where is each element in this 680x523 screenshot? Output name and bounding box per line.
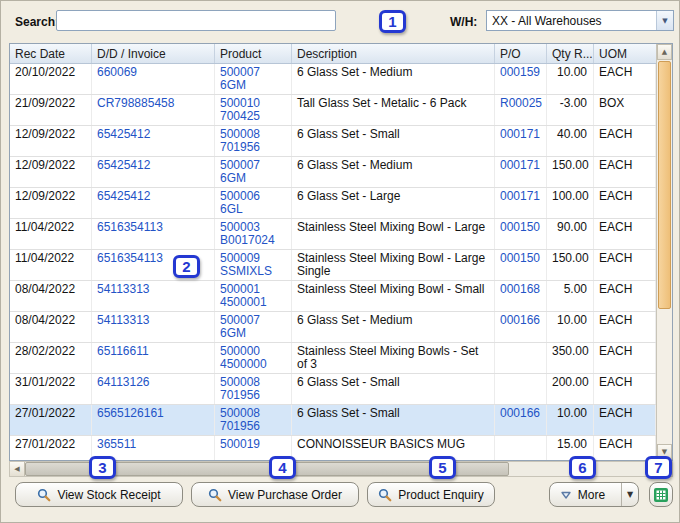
cell-uom: EACH: [594, 126, 656, 156]
cell-invoice-link[interactable]: 6516354113: [92, 219, 215, 249]
table-row[interactable]: 11/04/20226516354113500009SSMIXLSStainle…: [10, 250, 656, 281]
table-row[interactable]: 12/09/2022654254125000076GM6 Glass Set -…: [10, 157, 656, 188]
product-code-link[interactable]: 500019: [220, 438, 287, 451]
product-code-link[interactable]: 6GM: [220, 172, 287, 185]
cell-rec-date: 12/09/2022: [10, 157, 92, 187]
product-code-link[interactable]: 701956: [220, 389, 287, 402]
product-code-link[interactable]: 701956: [220, 420, 287, 433]
more-dropdown-arrow-icon[interactable]: ▼: [621, 483, 638, 506]
cell-qty: -3.00: [547, 95, 594, 125]
product-code-link[interactable]: 701956: [220, 141, 287, 154]
cell-rec-date: 28/02/2022: [10, 343, 92, 373]
table-row[interactable]: 08/04/2022541133135000014500001Stainless…: [10, 281, 656, 312]
cell-po[interactable]: 000150: [495, 250, 547, 280]
product-enquiry-button[interactable]: Product Enquiry: [367, 482, 495, 507]
scroll-left-icon[interactable]: ◀: [10, 462, 25, 476]
table-row[interactable]: 12/09/2022654254125000087019566 Glass Se…: [10, 126, 656, 157]
table-row[interactable]: 11/04/20226516354113500003B0017024Stainl…: [10, 219, 656, 250]
cell-uom: EACH: [594, 312, 656, 342]
horizontal-scrollbar-track[interactable]: [25, 462, 657, 476]
column-header-product[interactable]: Product: [215, 44, 292, 63]
table-row[interactable]: 28/02/2022651166115000004500000Stainless…: [10, 343, 656, 374]
annotation-badge-3: 3: [89, 456, 116, 479]
cell-rec-date: 20/10/2022: [10, 64, 92, 94]
cell-invoice-link[interactable]: 65425412: [92, 188, 215, 218]
view-purchase-order-label: View Purchase Order: [228, 488, 342, 502]
cell-invoice-link[interactable]: 65116611: [92, 343, 215, 373]
cell-po[interactable]: 000171: [495, 157, 547, 187]
warehouse-select[interactable]: XX - All Warehouses ▼: [486, 10, 674, 31]
view-purchase-order-button[interactable]: View Purchase Order: [191, 482, 359, 507]
cell-po[interactable]: R00025: [495, 95, 547, 125]
more-label: More: [578, 488, 605, 502]
cell-description: 6 Glass Set - Medium: [292, 64, 495, 94]
cell-invoice-link[interactable]: 64113126: [92, 374, 215, 404]
more-button[interactable]: More ▼: [549, 482, 639, 507]
column-header-po[interactable]: P/O: [495, 44, 547, 63]
cell-uom: EACH: [594, 343, 656, 373]
cell-rec-date: 31/01/2022: [10, 374, 92, 404]
table-row[interactable]: 27/01/202265651261615000087019566 Glass …: [10, 405, 656, 436]
table-row[interactable]: 12/09/2022654254125000066GL6 Glass Set -…: [10, 188, 656, 219]
column-header-rec-date[interactable]: Rec Date: [10, 44, 92, 63]
cell-po[interactable]: 000159: [495, 64, 547, 94]
cell-invoice-link[interactable]: 6565126161: [92, 405, 215, 435]
view-stock-receipt-button[interactable]: View Stock Receipt: [15, 482, 183, 507]
product-code-link[interactable]: SSMIXLS: [220, 265, 287, 278]
table-row[interactable]: 08/04/2022541133135000076GM6 Glass Set -…: [10, 312, 656, 343]
cell-po[interactable]: 000166: [495, 312, 547, 342]
cell-product: 5000004500000: [215, 343, 292, 373]
product-code-link[interactable]: 6GM: [220, 327, 287, 340]
cell-invoice-link[interactable]: 65425412: [92, 126, 215, 156]
cell-invoice-link[interactable]: CR798885458: [92, 95, 215, 125]
cell-qty: 10.00: [547, 405, 594, 435]
cell-uom: EACH: [594, 188, 656, 218]
cell-rec-date: 11/04/2022: [10, 250, 92, 280]
magnifier-icon: [37, 488, 51, 502]
cell-product: 5000076GM: [215, 312, 292, 342]
product-code-link[interactable]: 6GL: [220, 203, 287, 216]
search-input[interactable]: [56, 10, 336, 31]
chevron-down-icon[interactable]: ▼: [656, 11, 673, 30]
table-row[interactable]: 20/10/20226600695000076GM6 Glass Set - M…: [10, 64, 656, 95]
cell-qty: 200.00: [547, 374, 594, 404]
column-header-invoice[interactable]: D/D / Invoice: [92, 44, 215, 63]
product-code-link[interactable]: 700425: [220, 110, 287, 123]
product-code-link[interactable]: 4500001: [220, 296, 287, 309]
cell-rec-date: 11/04/2022: [10, 219, 92, 249]
cell-description: 6 Glass Set - Small: [292, 126, 495, 156]
cell-po[interactable]: 000166: [495, 405, 547, 435]
cell-po[interactable]: 000171: [495, 126, 547, 156]
cell-description: 6 Glass Set - Small: [292, 405, 495, 435]
column-header-qty[interactable]: Qty R...: [547, 44, 594, 63]
cell-qty: 100.00: [547, 188, 594, 218]
excel-spreadsheet-icon: [653, 487, 669, 503]
annotation-badge-2: 2: [173, 255, 200, 278]
product-code-link[interactable]: 6GM: [220, 79, 287, 92]
vertical-scrollbar-thumb[interactable]: [658, 61, 671, 309]
cell-po[interactable]: 000150: [495, 219, 547, 249]
cell-product: 5000076GM: [215, 64, 292, 94]
export-excel-button[interactable]: [649, 482, 673, 507]
cell-po: [495, 436, 547, 460]
cell-invoice-link[interactable]: 660069: [92, 64, 215, 94]
column-header-description[interactable]: Description: [292, 44, 495, 63]
cell-invoice-link[interactable]: 65425412: [92, 157, 215, 187]
annotation-badge-7: 7: [645, 456, 672, 479]
cell-product: 500009SSMIXLS: [215, 250, 292, 280]
cell-po[interactable]: 000171: [495, 188, 547, 218]
table-row[interactable]: 31/01/2022641131265000087019566 Glass Se…: [10, 374, 656, 405]
scroll-up-icon[interactable]: ▲: [657, 44, 672, 60]
warehouse-selected-value: XX - All Warehouses: [487, 14, 656, 28]
vertical-scrollbar[interactable]: ▲ ▼: [656, 44, 672, 460]
cell-invoice-link[interactable]: 54113313: [92, 312, 215, 342]
column-header-uom[interactable]: UOM: [594, 44, 656, 63]
cell-rec-date: 08/04/2022: [10, 312, 92, 342]
table-body: 20/10/20226600695000076GM6 Glass Set - M…: [10, 64, 656, 460]
product-code-link[interactable]: B0017024: [220, 234, 287, 247]
cell-invoice-link[interactable]: 54113313: [92, 281, 215, 311]
table-row[interactable]: 21/09/2022CR798885458500010700425Tall Gl…: [10, 95, 656, 126]
product-code-link[interactable]: 4500000: [220, 358, 287, 371]
cell-qty: 10.00: [547, 312, 594, 342]
cell-po[interactable]: 000168: [495, 281, 547, 311]
